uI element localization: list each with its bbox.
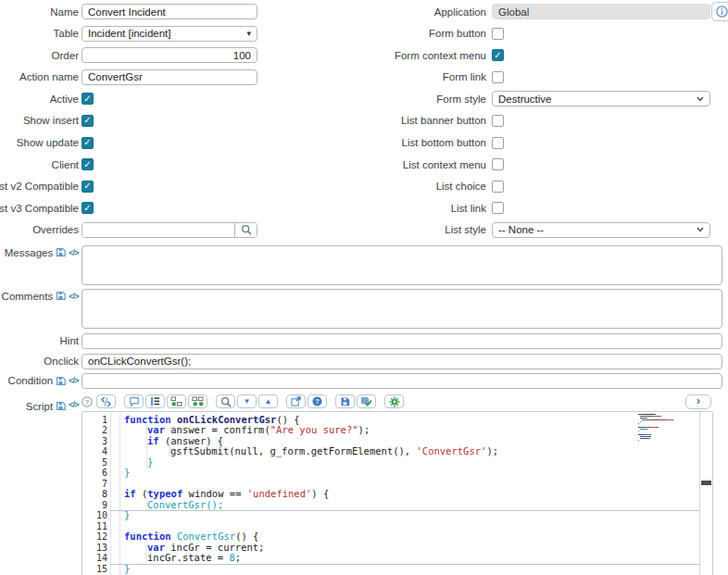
minimap-token — [642, 416, 652, 417]
client-checkbox[interactable]: ✓ — [82, 158, 94, 170]
field-label-text: Form button — [429, 28, 486, 39]
script-code-editor[interactable]: 1function onCLickConvertGsr() {2var answ… — [82, 411, 713, 575]
comments-textarea[interactable] — [82, 289, 722, 329]
list-choice-checkbox[interactable] — [492, 181, 504, 193]
code-token: onCLickConvertGsr — [177, 414, 276, 425]
overrides-lookup-button[interactable] — [234, 223, 257, 237]
field-row-comments: Comments</> — [0, 289, 728, 329]
replace-button[interactable] — [167, 394, 186, 408]
action-name-input[interactable] — [82, 69, 257, 85]
field-label-list-choice: List choice — [370, 181, 486, 192]
translated-text-icon — [56, 247, 66, 257]
field-label-text: List choice — [436, 181, 486, 192]
uncomment-button[interactable] — [145, 394, 165, 408]
search-button[interactable] — [216, 394, 235, 408]
minimap-line — [638, 419, 677, 420]
pop-out-button[interactable] — [286, 394, 306, 408]
form-style-select[interactable]: Destructive — [492, 91, 710, 106]
minimap-line — [638, 427, 677, 428]
code-line: 9ConvertGsr(); — [82, 500, 700, 511]
field-label-order: Order — [0, 50, 79, 61]
field-row-application: ApplicationGlobal — [370, 4, 728, 19]
field-label-text: Action name — [19, 71, 79, 82]
minimap-line — [638, 431, 677, 431]
minimap-line — [638, 438, 677, 439]
field-row-hint: Hint — [0, 333, 728, 349]
field-label-application: Application — [370, 6, 486, 18]
form-context-menu-checkbox[interactable]: ✓ — [492, 49, 504, 61]
save-button[interactable] — [335, 394, 355, 408]
code-toggle-icon[interactable]: </> — [69, 249, 79, 257]
code-toggle-icon[interactable]: </> — [69, 401, 79, 409]
toolbar-button-group — [335, 394, 378, 408]
find-next-button[interactable]: ▼ — [237, 394, 257, 408]
field-row-onclick: Onclick — [0, 354, 728, 369]
field-row-form-context-menu: Form context menu✓ — [370, 47, 728, 63]
list-banner-button-checkbox[interactable] — [492, 115, 504, 127]
show-update-checkbox[interactable]: ✓ — [82, 137, 94, 149]
check-mark-icon: ✓ — [83, 138, 91, 147]
name-input[interactable] — [82, 4, 257, 19]
code-line: 14incGr.state = 8; — [82, 553, 700, 564]
minimap-line — [638, 436, 677, 437]
minimap-token — [652, 416, 660, 417]
script-editor-area: ?▼▲?› 1function onCLickConvertGsr() {2va… — [82, 394, 711, 575]
minimap-line — [638, 421, 677, 422]
minimap-line — [638, 432, 677, 433]
field-label-client: Client — [0, 159, 79, 170]
code-toggle-icon[interactable]: </> — [69, 377, 79, 385]
list-style-select[interactable]: -- None -- — [492, 222, 710, 238]
messages-textarea[interactable] — [82, 245, 722, 285]
translated-text-icon — [56, 291, 66, 301]
comment-button[interactable] — [124, 394, 144, 408]
find-previous-button[interactable]: ▲ — [258, 394, 278, 408]
overrides-reference-field — [82, 222, 257, 238]
indent-guide — [124, 553, 147, 563]
code-token: if — [147, 435, 165, 446]
field-row-list-banner-button: List banner button — [370, 113, 728, 129]
script-section: Script</> ?▼▲?› 1function onCLickConvert… — [0, 394, 728, 575]
list-v2-compatible-checkbox[interactable]: ✓ — [82, 181, 94, 193]
expand-editor-button[interactable]: › — [685, 394, 711, 409]
form-button-checkbox[interactable] — [492, 28, 504, 40]
line-number: 6 — [82, 468, 107, 479]
editor-preferences-button[interactable] — [384, 394, 404, 408]
hint-input[interactable] — [82, 333, 722, 349]
code-token: var — [147, 542, 170, 553]
svg-text:?: ? — [85, 398, 90, 406]
list-bottom-button-checkbox[interactable] — [492, 137, 504, 149]
list-context-menu-checkbox[interactable] — [492, 158, 504, 170]
minimap-token — [657, 427, 659, 428]
replace-all-button[interactable] — [188, 394, 207, 408]
code-token: "Are you sure?" — [270, 424, 358, 435]
minimap-token — [642, 419, 666, 420]
show-insert-checkbox[interactable]: ✓ — [82, 115, 94, 127]
list-link-checkbox[interactable] — [492, 202, 504, 214]
list-v3-compatible-checkbox[interactable]: ✓ — [82, 202, 94, 214]
code-token: (answer) { — [165, 435, 223, 446]
code-toggle-icon[interactable]: </> — [69, 293, 79, 301]
order-input[interactable] — [82, 47, 257, 63]
active-checkbox[interactable]: ✓ — [82, 93, 94, 105]
field-label-text: List context menu — [403, 159, 486, 170]
application-info-button[interactable] — [711, 2, 728, 21]
code-token: ) { — [311, 488, 329, 499]
uncomment-icon — [150, 396, 160, 406]
search-icon — [220, 396, 232, 407]
check-syntax-button[interactable] — [357, 394, 376, 408]
table-dropdown[interactable]: Incident [incident]▾ — [82, 26, 257, 42]
condition-input[interactable] — [82, 373, 722, 389]
help-icon[interactable]: ? — [82, 396, 93, 407]
minimap-token — [650, 427, 657, 428]
field-label-text: Name — [50, 6, 79, 18]
help-filled-button[interactable]: ? — [308, 394, 327, 408]
code-token: function — [124, 531, 177, 542]
field-label-form-button: Form button — [370, 28, 486, 39]
form-link-checkbox[interactable] — [492, 71, 504, 83]
format-code-button[interactable] — [96, 394, 116, 408]
onclick-input[interactable] — [82, 354, 722, 369]
toolbar-button-group: ? — [286, 394, 329, 408]
overrides-input[interactable] — [82, 223, 234, 237]
minimap-line — [638, 418, 677, 419]
editor-scrollbar[interactable] — [699, 412, 712, 575]
